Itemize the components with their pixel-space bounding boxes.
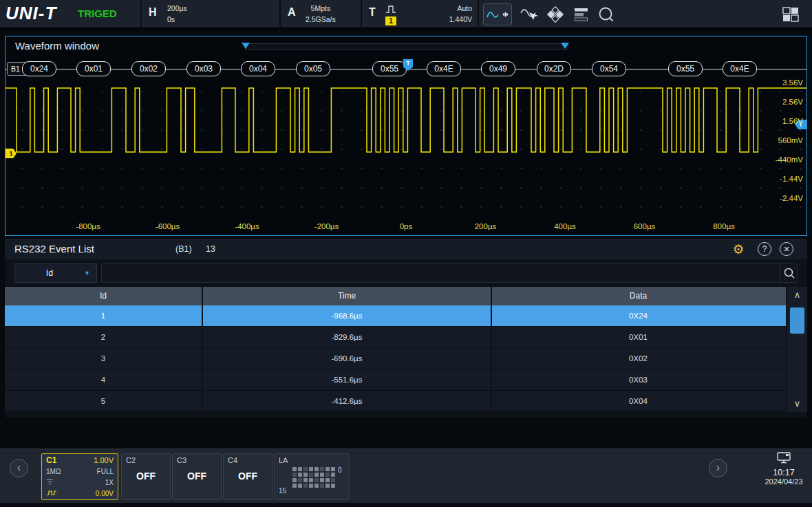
la-bit-dot: [292, 478, 297, 482]
la-bit-dot: [292, 484, 297, 488]
channel-scale: 1.00V: [94, 456, 114, 465]
event-list-bus: (B1): [175, 244, 192, 254]
oscilloscope-screen: UNI-T TRIGED H 200µs 0s A 5Mpts 2.5GSa/s…: [0, 0, 812, 507]
event-id-cell: 5: [5, 391, 203, 411]
settings-gear-icon[interactable]: ⚙: [731, 242, 745, 256]
event-id-cell: 2: [5, 327, 203, 347]
column-header-data[interactable]: Data: [492, 287, 784, 305]
la-bit-dot: [298, 467, 302, 471]
la-bit-dot: [292, 473, 297, 477]
voltage-label: 3.56V: [782, 78, 803, 87]
scrollbar-thumb[interactable]: [790, 308, 804, 334]
event-filter-row: Id ▼: [5, 262, 807, 284]
horizontal-position: 0s: [167, 14, 187, 25]
voltage-label: -1.44V: [780, 175, 803, 183]
voltage-label: -2.44V: [780, 194, 803, 202]
event-row[interactable]: 1-968.6µs0X24: [5, 305, 786, 327]
channel-state: OFF: [122, 471, 170, 482]
column-header-id[interactable]: Id: [5, 287, 203, 305]
event-scrollbar[interactable]: ∧ ∨: [787, 287, 807, 412]
la-bit-dot: [309, 484, 313, 488]
bars-list-button[interactable]: [570, 6, 593, 23]
trigger-source-badge[interactable]: 1: [385, 17, 396, 25]
channel-card-c4[interactable]: C4OFF: [223, 453, 273, 500]
scroll-up-icon[interactable]: ∧: [787, 287, 807, 303]
event-time-cell: -968.6µs: [203, 305, 492, 326]
la-bit-dot: [331, 467, 335, 471]
channel-name: C3: [177, 456, 186, 464]
event-list-count: 13: [206, 244, 215, 254]
top-status-bar: UNI-T TRIGED H 200µs 0s A 5Mpts 2.5GSa/s…: [0, 0, 812, 29]
event-search-input[interactable]: [101, 263, 798, 283]
brand-logo: UNI-T: [6, 3, 56, 24]
divider: [478, 0, 479, 29]
event-row[interactable]: 2-829.6µs0X01: [5, 327, 786, 348]
scroll-down-icon[interactable]: ∨: [787, 396, 807, 412]
event-time-cell: -829.6µs: [203, 327, 492, 347]
channel-bandwidth: FULL: [97, 468, 114, 476]
checker-diamond-button[interactable]: [544, 6, 567, 23]
la-bit-dot: [325, 473, 330, 477]
event-row[interactable]: 3-690.6µs0X02: [5, 348, 786, 369]
time-label: 600µs: [634, 222, 656, 230]
channel-card-c3[interactable]: C3OFF: [172, 453, 222, 500]
acquire-menu-label[interactable]: A: [288, 6, 296, 19]
time-label: 800µs: [713, 222, 735, 230]
acquire-readout[interactable]: 5Mpts 2.5GSa/s: [306, 3, 336, 25]
divider: [279, 0, 281, 29]
la-bit-dot: [309, 473, 313, 477]
scroll-left-button[interactable]: ‹: [10, 459, 28, 477]
la-dot-grid: [292, 467, 335, 488]
cursor-wave-icon: [520, 6, 539, 23]
channel-card-c1[interactable]: C1 1.00V 1MΩ FULL 1X 0.00V: [41, 453, 118, 500]
time-label: 200µs: [475, 222, 497, 230]
channel-card-c2[interactable]: C2OFF: [121, 453, 171, 500]
trigger-menu-label[interactable]: T: [369, 6, 376, 19]
event-row[interactable]: 4-551.6µs0X03: [5, 369, 786, 391]
event-time-cell: -412.6µs: [203, 391, 492, 411]
search-tool-button[interactable]: [595, 6, 618, 23]
checker-diamond-icon: [546, 6, 564, 23]
cursor-wave-button[interactable]: [517, 6, 541, 23]
voltage-label: 1.56V: [782, 117, 803, 125]
horizontal-menu-label[interactable]: H: [149, 6, 157, 19]
close-icon[interactable]: ✕: [780, 242, 793, 256]
la-bit-dot: [314, 478, 319, 482]
la-bit-dot: [320, 467, 324, 471]
clock-block: 10:17 2024/04/23: [758, 452, 809, 486]
la-bit-dot: [320, 484, 324, 488]
event-data-cell: 0X03: [492, 369, 784, 390]
clock-date: 2024/04/23: [758, 477, 809, 486]
waveform-window: Waveform window B1 › 0x240x010x020x030x0…: [5, 36, 807, 236]
la-bit-dot: [314, 473, 319, 477]
waveform-zoom-button[interactable]: [483, 3, 512, 25]
window-layout-button[interactable]: [779, 6, 802, 23]
la-bit-dot: [303, 478, 308, 482]
time-label: -800µs: [76, 222, 100, 230]
help-icon[interactable]: ?: [758, 242, 771, 256]
trigger-status-label: TRIGED: [78, 8, 117, 19]
channel-impedance: 1MΩ: [46, 468, 61, 476]
event-search-button[interactable]: [780, 263, 798, 283]
channel-state: OFF: [173, 471, 221, 482]
voltage-label: -440mV: [776, 155, 803, 164]
filter-column-dropdown[interactable]: Id ▼: [14, 263, 97, 283]
channel-probe: 1X: [105, 479, 114, 487]
la-bit-dot: [325, 478, 330, 482]
event-row[interactable]: 5-412.6µs0X04: [5, 391, 786, 412]
memory-depth: 5Mpts: [306, 3, 336, 14]
channel-name: C1: [46, 455, 56, 465]
scroll-right-button[interactable]: ›: [709, 459, 727, 477]
horizontal-readout[interactable]: 200µs 0s: [167, 3, 187, 25]
waveform-zoom-icon: [486, 6, 509, 23]
trigger-level: 1.440V: [413, 14, 472, 25]
event-id-cell: 4: [5, 369, 203, 390]
trigger-readout[interactable]: Auto 1.440V: [413, 3, 472, 25]
la-bit-dot: [309, 467, 313, 471]
search-tool-icon: [597, 6, 615, 23]
event-data-cell: 0X24: [492, 305, 784, 326]
logic-analyzer-card[interactable]: LA 0 15: [274, 453, 350, 500]
voltage-label: 560mV: [778, 136, 803, 144]
window-layout-icon: [782, 7, 799, 22]
column-header-time[interactable]: Time: [203, 287, 492, 305]
